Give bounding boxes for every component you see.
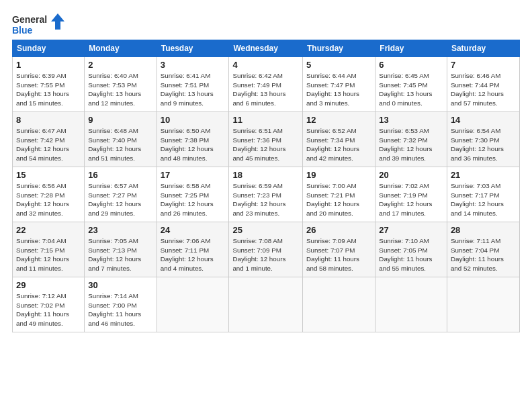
day-number: 4	[232, 60, 299, 70]
calendar-cell: 7Sunrise: 6:46 AM Sunset: 7:44 PM Daylig…	[447, 57, 519, 112]
calendar-cell: 21Sunrise: 7:03 AM Sunset: 7:17 PM Dayli…	[447, 167, 519, 222]
day-number: 27	[379, 225, 443, 235]
calendar-cell: 6Sunrise: 6:45 AM Sunset: 7:45 PM Daylig…	[375, 57, 447, 112]
calendar-cell: 19Sunrise: 7:00 AM Sunset: 7:21 PM Dayli…	[303, 167, 375, 222]
calendar-cell: 1Sunrise: 6:39 AM Sunset: 7:55 PM Daylig…	[13, 57, 85, 112]
header: General Blue	[12, 12, 520, 36]
svg-text:Blue: Blue	[12, 25, 33, 36]
day-number: 25	[232, 225, 299, 235]
day-info: Sunrise: 6:39 AM Sunset: 7:55 PM Dayligh…	[16, 71, 81, 108]
day-number: 23	[88, 225, 152, 235]
day-number: 17	[161, 170, 226, 180]
calendar-cell: 14Sunrise: 6:54 AM Sunset: 7:30 PM Dayli…	[447, 112, 519, 167]
day-info: Sunrise: 7:14 AM Sunset: 7:00 PM Dayligh…	[88, 291, 152, 328]
day-info: Sunrise: 7:10 AM Sunset: 7:05 PM Dayligh…	[379, 236, 443, 273]
calendar-cell: 22Sunrise: 7:04 AM Sunset: 7:15 PM Dayli…	[13, 222, 85, 277]
day-info: Sunrise: 6:57 AM Sunset: 7:27 PM Dayligh…	[88, 181, 152, 218]
day-info: Sunrise: 6:45 AM Sunset: 7:45 PM Dayligh…	[379, 71, 443, 108]
day-info: Sunrise: 7:04 AM Sunset: 7:15 PM Dayligh…	[16, 236, 81, 273]
column-header-wednesday: Wednesday	[229, 40, 303, 57]
day-number: 24	[161, 225, 226, 235]
day-info: Sunrise: 6:53 AM Sunset: 7:32 PM Dayligh…	[379, 126, 443, 163]
day-info: Sunrise: 6:44 AM Sunset: 7:47 PM Dayligh…	[306, 71, 371, 108]
svg-marker-2	[51, 13, 64, 30]
calendar-cell	[229, 277, 303, 332]
day-info: Sunrise: 6:40 AM Sunset: 7:53 PM Dayligh…	[88, 71, 152, 108]
calendar-cell: 2Sunrise: 6:40 AM Sunset: 7:53 PM Daylig…	[85, 57, 157, 112]
day-number: 1	[16, 60, 81, 70]
day-info: Sunrise: 7:09 AM Sunset: 7:07 PM Dayligh…	[306, 236, 371, 273]
day-number: 28	[451, 225, 516, 235]
day-info: Sunrise: 6:46 AM Sunset: 7:44 PM Dayligh…	[451, 71, 516, 108]
calendar-page: General Blue SundayMondayTuesdayWednesda…	[0, 0, 532, 411]
day-number: 21	[451, 170, 516, 180]
calendar-cell: 26Sunrise: 7:09 AM Sunset: 7:07 PM Dayli…	[303, 222, 375, 277]
calendar-cell: 27Sunrise: 7:10 AM Sunset: 7:05 PM Dayli…	[375, 222, 447, 277]
day-number: 29	[16, 280, 81, 290]
day-info: Sunrise: 6:50 AM Sunset: 7:38 PM Dayligh…	[161, 126, 226, 163]
day-number: 14	[451, 115, 516, 125]
svg-text:General: General	[12, 14, 47, 25]
column-header-friday: Friday	[375, 40, 447, 57]
day-info: Sunrise: 6:42 AM Sunset: 7:49 PM Dayligh…	[232, 71, 299, 108]
day-number: 10	[161, 115, 226, 125]
calendar-cell: 12Sunrise: 6:52 AM Sunset: 7:34 PM Dayli…	[303, 112, 375, 167]
day-number: 5	[306, 60, 371, 70]
calendar-cell: 3Sunrise: 6:41 AM Sunset: 7:51 PM Daylig…	[157, 57, 229, 112]
calendar-cell	[157, 277, 229, 332]
day-info: Sunrise: 6:52 AM Sunset: 7:34 PM Dayligh…	[306, 126, 371, 163]
day-number: 13	[379, 115, 443, 125]
column-header-sunday: Sunday	[13, 40, 85, 57]
calendar-cell: 29Sunrise: 7:12 AM Sunset: 7:02 PM Dayli…	[13, 277, 85, 332]
day-number: 3	[161, 60, 226, 70]
calendar-cell: 25Sunrise: 7:08 AM Sunset: 7:09 PM Dayli…	[229, 222, 303, 277]
day-info: Sunrise: 6:59 AM Sunset: 7:23 PM Dayligh…	[232, 181, 299, 218]
calendar-cell: 11Sunrise: 6:51 AM Sunset: 7:36 PM Dayli…	[229, 112, 303, 167]
day-info: Sunrise: 7:08 AM Sunset: 7:09 PM Dayligh…	[232, 236, 299, 273]
day-number: 2	[88, 60, 152, 70]
day-number: 30	[88, 280, 152, 290]
calendar-cell: 30Sunrise: 7:14 AM Sunset: 7:00 PM Dayli…	[85, 277, 157, 332]
calendar-week-3: 15Sunrise: 6:56 AM Sunset: 7:28 PM Dayli…	[13, 167, 520, 222]
calendar-cell: 9Sunrise: 6:48 AM Sunset: 7:40 PM Daylig…	[85, 112, 157, 167]
day-number: 15	[16, 170, 81, 180]
column-header-tuesday: Tuesday	[157, 40, 229, 57]
day-number: 8	[16, 115, 81, 125]
calendar-cell: 24Sunrise: 7:06 AM Sunset: 7:11 PM Dayli…	[157, 222, 229, 277]
calendar-cell	[375, 277, 447, 332]
column-header-thursday: Thursday	[303, 40, 375, 57]
day-number: 16	[88, 170, 152, 180]
calendar-cell: 18Sunrise: 6:59 AM Sunset: 7:23 PM Dayli…	[229, 167, 303, 222]
day-info: Sunrise: 7:11 AM Sunset: 7:04 PM Dayligh…	[451, 236, 516, 273]
column-header-saturday: Saturday	[447, 40, 519, 57]
calendar-cell: 15Sunrise: 6:56 AM Sunset: 7:28 PM Dayli…	[13, 167, 85, 222]
calendar-cell: 10Sunrise: 6:50 AM Sunset: 7:38 PM Dayli…	[157, 112, 229, 167]
day-info: Sunrise: 7:05 AM Sunset: 7:13 PM Dayligh…	[88, 236, 152, 273]
day-info: Sunrise: 6:51 AM Sunset: 7:36 PM Dayligh…	[232, 126, 299, 163]
day-info: Sunrise: 6:47 AM Sunset: 7:42 PM Dayligh…	[16, 126, 81, 163]
day-number: 22	[16, 225, 81, 235]
calendar-cell: 16Sunrise: 6:57 AM Sunset: 7:27 PM Dayli…	[85, 167, 157, 222]
calendar-cell: 8Sunrise: 6:47 AM Sunset: 7:42 PM Daylig…	[13, 112, 85, 167]
day-number: 11	[232, 115, 299, 125]
day-info: Sunrise: 7:12 AM Sunset: 7:02 PM Dayligh…	[16, 291, 81, 328]
calendar-cell: 17Sunrise: 6:58 AM Sunset: 7:25 PM Dayli…	[157, 167, 229, 222]
day-info: Sunrise: 6:56 AM Sunset: 7:28 PM Dayligh…	[16, 181, 81, 218]
day-info: Sunrise: 6:54 AM Sunset: 7:30 PM Dayligh…	[451, 126, 516, 163]
day-number: 20	[379, 170, 443, 180]
day-number: 7	[451, 60, 516, 70]
calendar-cell: 13Sunrise: 6:53 AM Sunset: 7:32 PM Dayli…	[375, 112, 447, 167]
calendar-week-2: 8Sunrise: 6:47 AM Sunset: 7:42 PM Daylig…	[13, 112, 520, 167]
day-number: 9	[88, 115, 152, 125]
calendar-week-4: 22Sunrise: 7:04 AM Sunset: 7:15 PM Dayli…	[13, 222, 520, 277]
calendar-week-5: 29Sunrise: 7:12 AM Sunset: 7:02 PM Dayli…	[13, 277, 520, 332]
calendar-header-row: SundayMondayTuesdayWednesdayThursdayFrid…	[13, 40, 520, 57]
day-number: 12	[306, 115, 371, 125]
calendar-cell: 5Sunrise: 6:44 AM Sunset: 7:47 PM Daylig…	[303, 57, 375, 112]
calendar-week-1: 1Sunrise: 6:39 AM Sunset: 7:55 PM Daylig…	[13, 57, 520, 112]
column-header-monday: Monday	[85, 40, 157, 57]
day-number: 18	[232, 170, 299, 180]
day-info: Sunrise: 6:48 AM Sunset: 7:40 PM Dayligh…	[88, 126, 152, 163]
calendar-cell	[303, 277, 375, 332]
day-info: Sunrise: 7:00 AM Sunset: 7:21 PM Dayligh…	[306, 181, 371, 218]
